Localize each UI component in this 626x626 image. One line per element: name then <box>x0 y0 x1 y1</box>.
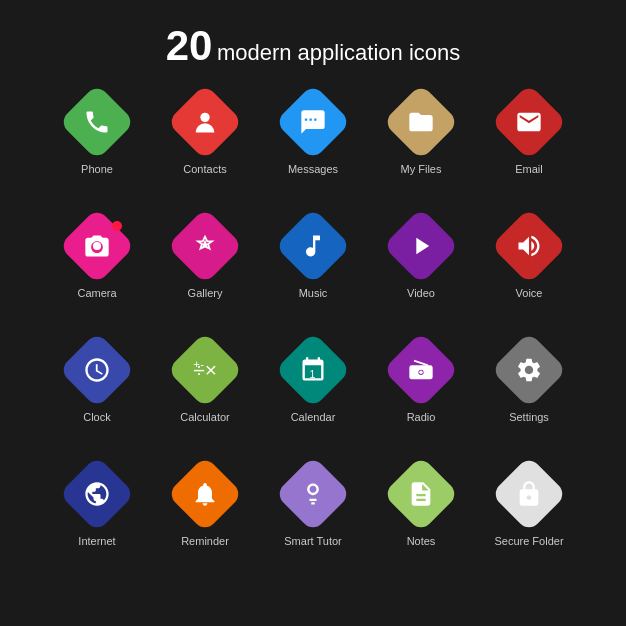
icon-symbol-myfiles <box>394 95 448 149</box>
icon-label-gallery: Gallery <box>188 287 223 300</box>
icon-item-calendar[interactable]: 1Calendar <box>263 336 363 456</box>
icon-item-clock[interactable]: Clock <box>47 336 147 456</box>
icon-diamond-radio <box>383 332 459 408</box>
camera-notification-badge <box>110 219 124 233</box>
icon-symbol-video <box>394 219 448 273</box>
svg-line-8 <box>414 361 428 366</box>
icon-label-myfiles: My Files <box>401 163 442 176</box>
icon-diamond-camera <box>59 208 135 284</box>
icon-diamond-securefolder <box>491 456 567 532</box>
icon-wrap-video <box>387 212 455 280</box>
icon-label-calendar: Calendar <box>291 411 336 424</box>
icon-wrap-email <box>495 88 563 156</box>
icon-label-reminder: Reminder <box>181 535 229 548</box>
icon-diamond-phone <box>59 84 135 160</box>
icon-symbol-gallery <box>178 219 232 273</box>
icon-symbol-internet <box>70 467 124 521</box>
icon-wrap-music <box>279 212 347 280</box>
svg-point-0 <box>200 113 209 122</box>
icon-wrap-notes <box>387 460 455 528</box>
icon-diamond-music <box>275 208 351 284</box>
icon-symbol-calculator: ÷×+- <box>178 343 232 397</box>
icon-label-camera: Camera <box>77 287 116 300</box>
icon-wrap-contacts <box>171 88 239 156</box>
icon-label-settings: Settings <box>509 411 549 424</box>
icon-symbol-clock <box>70 343 124 397</box>
icon-item-internet[interactable]: Internet <box>47 460 147 580</box>
icon-item-notes[interactable]: Notes <box>371 460 471 580</box>
icon-wrap-settings <box>495 336 563 404</box>
icon-diamond-smarttutor <box>275 456 351 532</box>
icon-item-messages[interactable]: Messages <box>263 88 363 208</box>
icon-item-contacts[interactable]: Contacts <box>155 88 255 208</box>
icon-wrap-clock <box>63 336 131 404</box>
icon-item-gallery[interactable]: Gallery <box>155 212 255 332</box>
icon-item-settings[interactable]: Settings <box>479 336 579 456</box>
icon-item-music[interactable]: Music <box>263 212 363 332</box>
icon-item-email[interactable]: Email <box>479 88 579 208</box>
icon-item-radio[interactable]: Radio <box>371 336 471 456</box>
icon-diamond-reminder <box>167 456 243 532</box>
icon-diamond-calculator: ÷×+- <box>167 332 243 408</box>
icon-symbol-camera <box>70 219 124 273</box>
icon-diamond-myfiles <box>383 84 459 160</box>
icon-wrap-smarttutor <box>279 460 347 528</box>
icon-diamond-video <box>383 208 459 284</box>
icon-wrap-voice <box>495 212 563 280</box>
icon-symbol-contacts <box>178 95 232 149</box>
icon-wrap-reminder <box>171 460 239 528</box>
icon-wrap-securefolder <box>495 460 563 528</box>
icon-item-camera[interactable]: Camera <box>47 212 147 332</box>
icon-label-video: Video <box>407 287 435 300</box>
icon-wrap-gallery <box>171 212 239 280</box>
icon-label-smarttutor: Smart Tutor <box>284 535 341 548</box>
icon-label-internet: Internet <box>78 535 115 548</box>
icon-wrap-messages <box>279 88 347 156</box>
icon-label-messages: Messages <box>288 163 338 176</box>
icon-item-voice[interactable]: Voice <box>479 212 579 332</box>
icon-wrap-myfiles <box>387 88 455 156</box>
icon-item-myfiles[interactable]: My Files <box>371 88 471 208</box>
icon-item-calculator[interactable]: ÷×+-Calculator <box>155 336 255 456</box>
icon-item-phone[interactable]: Phone <box>47 88 147 208</box>
icon-label-calculator: Calculator <box>180 411 230 424</box>
icon-symbol-settings <box>502 343 556 397</box>
svg-text:+-: +- <box>193 357 204 370</box>
icon-symbol-messages <box>286 95 340 149</box>
icon-item-video[interactable]: Video <box>371 212 471 332</box>
icon-diamond-voice <box>491 208 567 284</box>
icon-label-voice: Voice <box>516 287 543 300</box>
icon-symbol-reminder <box>178 467 232 521</box>
icon-wrap-phone <box>63 88 131 156</box>
svg-text:1: 1 <box>310 368 316 380</box>
icon-symbol-music <box>286 219 340 273</box>
icon-diamond-calendar: 1 <box>275 332 351 408</box>
icon-label-radio: Radio <box>407 411 436 424</box>
svg-point-7 <box>419 371 423 375</box>
icon-symbol-email <box>502 95 556 149</box>
icon-symbol-calendar: 1 <box>286 343 340 397</box>
icon-item-securefolder[interactable]: Secure Folder <box>479 460 579 580</box>
icon-symbol-securefolder <box>502 467 556 521</box>
icon-label-email: Email <box>515 163 543 176</box>
icon-label-phone: Phone <box>81 163 113 176</box>
icon-wrap-internet <box>63 460 131 528</box>
title-subtitle: modern application icons <box>217 40 460 65</box>
svg-point-1 <box>93 242 101 250</box>
icon-symbol-phone <box>70 95 124 149</box>
icon-label-securefolder: Secure Folder <box>494 535 563 548</box>
icon-item-smarttutor[interactable]: Smart Tutor <box>263 460 363 580</box>
icon-diamond-contacts <box>167 84 243 160</box>
icon-diamond-clock <box>59 332 135 408</box>
page-title: 20 modern application icons <box>166 0 461 88</box>
title-number: 20 <box>166 22 213 69</box>
icon-wrap-calendar: 1 <box>279 336 347 404</box>
icon-label-clock: Clock <box>83 411 111 424</box>
icon-diamond-notes <box>383 456 459 532</box>
icon-diamond-settings <box>491 332 567 408</box>
icon-diamond-email <box>491 84 567 160</box>
icon-label-music: Music <box>299 287 328 300</box>
icon-grid: PhoneContactsMessagesMy FilesEmailCamera… <box>27 88 599 580</box>
icon-wrap-camera <box>63 212 131 280</box>
icon-item-reminder[interactable]: Reminder <box>155 460 255 580</box>
